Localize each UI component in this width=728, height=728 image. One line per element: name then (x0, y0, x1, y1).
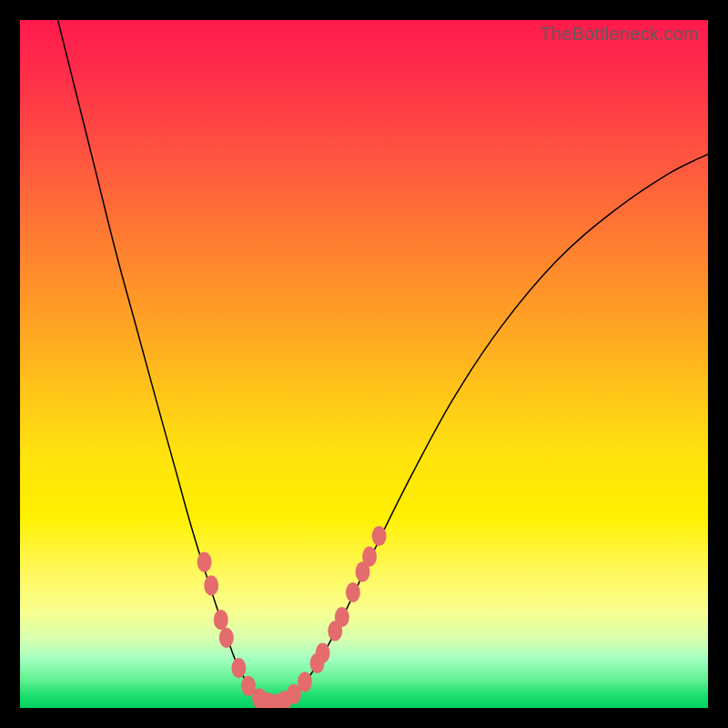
valley-marker (362, 547, 377, 567)
valley-marker (335, 607, 349, 627)
valley-marker (316, 642, 330, 662)
valley-marker (372, 526, 387, 546)
plot-area: TheBottleneck.com (20, 20, 708, 708)
valley-marker (346, 582, 360, 602)
valley-marker (197, 552, 212, 572)
valley-markers (197, 526, 387, 708)
valley-marker (219, 628, 234, 648)
valley-marker (298, 672, 312, 692)
left-curve (58, 20, 275, 703)
valley-marker (231, 658, 246, 678)
chart-svg (20, 20, 708, 708)
valley-marker (214, 610, 228, 630)
valley-marker (204, 575, 218, 595)
outer-frame: TheBottleneck.com (0, 0, 728, 728)
watermark-text: TheBottleneck.com (540, 24, 699, 45)
